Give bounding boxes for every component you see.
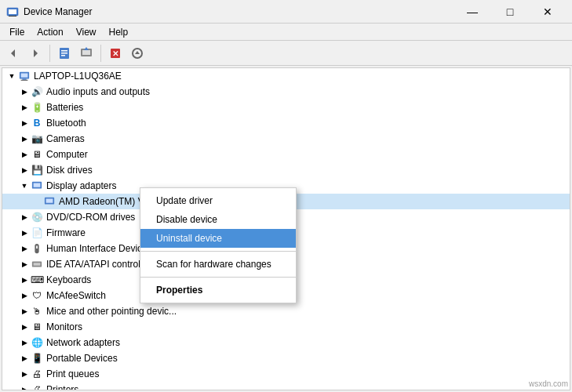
- keyboards-icon: ⌨: [31, 274, 43, 286]
- ide-icon: [31, 258, 43, 270]
- batteries-label: Batteries: [46, 102, 83, 113]
- disk-icon: 💾: [31, 164, 43, 176]
- portable-label: Portable Devices: [46, 353, 118, 364]
- svg-rect-11: [82, 50, 90, 55]
- update-driver-icon: [80, 47, 93, 60]
- printqueues-label: Print queues: [46, 368, 99, 379]
- tree-root[interactable]: ▼ LAPTOP-L1UQ36AE: [2, 68, 570, 84]
- ctx-separator: [140, 251, 296, 252]
- close-button[interactable]: ✕: [530, 0, 566, 24]
- minimize-button[interactable]: —: [454, 0, 490, 24]
- svg-rect-9: [61, 55, 65, 56]
- watermark: wsxdn.com: [529, 379, 568, 388]
- tree-item-computer[interactable]: ▶ 🖥 Computer: [2, 147, 570, 162]
- tree-item-audio[interactable]: ▶ 🔊 Audio inputs and outputs: [2, 84, 570, 100]
- app-icon: [6, 5, 19, 18]
- mcafee-label: McAfeeSwitch: [46, 290, 106, 301]
- svg-rect-20: [21, 80, 28, 81]
- printers-expand-icon: ▶: [18, 383, 31, 390]
- ctx-uninstall-device[interactable]: Uninstall device: [140, 229, 296, 248]
- root-label: LAPTOP-L1UQ36AE: [34, 71, 122, 82]
- maximize-button[interactable]: □: [492, 0, 528, 24]
- tree-item-disk[interactable]: ▶ 💾 Disk drives: [2, 162, 570, 178]
- tree-item-bluetooth[interactable]: ▶ B Bluetooth: [2, 115, 570, 131]
- menu-file[interactable]: File: [3, 25, 31, 39]
- bluetooth-label: Bluetooth: [46, 118, 86, 129]
- bluetooth-expand-icon: ▶: [18, 117, 31, 129]
- ctx-properties[interactable]: Properties: [140, 281, 296, 299]
- computer-label: Computer: [46, 149, 88, 160]
- forward-button[interactable]: [25, 43, 46, 64]
- tree-item-cameras[interactable]: ▶ 📷 Cameras: [2, 131, 570, 147]
- svg-rect-7: [61, 50, 67, 52]
- network-label: Network adapters: [46, 337, 120, 348]
- svg-rect-3: [9, 16, 16, 16]
- properties-button[interactable]: [54, 43, 75, 64]
- svg-rect-19: [22, 79, 26, 80]
- hid-label: Human Interface Devices: [46, 243, 152, 254]
- display-label: Display adapters: [46, 180, 116, 191]
- disk-label: Disk drives: [46, 165, 93, 176]
- forward-icon: [30, 48, 41, 59]
- gpu-icon: [43, 195, 56, 208]
- display-icon: [31, 180, 43, 192]
- ctx-update-driver[interactable]: Update driver: [140, 191, 296, 210]
- cameras-label: Cameras: [46, 133, 85, 144]
- root-expand-icon: ▼: [5, 70, 18, 82]
- monitors-label: Monitors: [46, 321, 82, 332]
- tree-item-portable[interactable]: ▶ 📱 Portable Devices: [2, 350, 570, 366]
- toolbar-separator-1: [49, 45, 50, 62]
- svg-marker-4: [11, 49, 15, 57]
- scan-icon: [131, 47, 144, 60]
- tree-item-batteries[interactable]: ▶ 🔋 Batteries: [2, 100, 570, 115]
- bluetooth-icon: B: [31, 117, 43, 129]
- firmware-label: Firmware: [46, 227, 86, 238]
- tree-item-network[interactable]: ▶ 🌐 Network adapters: [2, 335, 570, 350]
- tree-item-printers[interactable]: ▶ 🖨 Printers: [2, 382, 570, 390]
- svg-rect-26: [36, 246, 38, 249]
- audio-icon: 🔊: [31, 85, 43, 98]
- audio-label: Audio inputs and outputs: [46, 86, 150, 97]
- back-icon: [8, 48, 19, 59]
- svg-text:✕: ✕: [112, 49, 118, 58]
- ctx-scan-hardware[interactable]: Scan for hardware changes: [140, 255, 296, 274]
- menu-help[interactable]: Help: [103, 25, 135, 39]
- tree-item-printqueues[interactable]: ▶ 🖨 Print queues: [2, 366, 570, 382]
- mcafee-icon: 🛡: [31, 289, 43, 302]
- firmware-expand-icon: ▶: [18, 227, 31, 239]
- svg-rect-8: [61, 53, 67, 54]
- display-expand-icon: ▼: [18, 180, 31, 192]
- mcafee-expand-icon: ▶: [18, 289, 31, 302]
- svg-rect-18: [21, 74, 28, 78]
- uninstall-button[interactable]: ✕: [105, 43, 126, 64]
- gpu-expand-icon: [31, 195, 43, 208]
- toolbar-separator-2: [100, 45, 101, 62]
- update-driver-button[interactable]: [76, 43, 97, 64]
- device-tree[interactable]: ▼ LAPTOP-L1UQ36AE ▶ 🔊 Audio inputs and o…: [2, 67, 570, 390]
- mice-expand-icon: ▶: [18, 305, 31, 318]
- hid-icon: [31, 242, 43, 255]
- svg-rect-1: [9, 9, 16, 14]
- hid-expand-icon: ▶: [18, 242, 31, 255]
- network-expand-icon: ▶: [18, 336, 31, 349]
- batteries-icon: 🔋: [31, 101, 43, 114]
- ctx-disable-device[interactable]: Disable device: [140, 210, 296, 229]
- tree-item-monitors[interactable]: ▶ 🖥 Monitors: [2, 319, 570, 335]
- menu-bar: File Action View Help: [0, 24, 572, 41]
- main-layout: ▼ LAPTOP-L1UQ36AE ▶ 🔊 Audio inputs and o…: [0, 66, 572, 392]
- menu-view[interactable]: View: [70, 25, 103, 39]
- menu-action[interactable]: Action: [31, 25, 69, 39]
- tree-item-mice[interactable]: ▶ 🖱 Mice and other pointing devic...: [2, 303, 570, 319]
- cameras-icon: 📷: [31, 132, 43, 145]
- keyboards-expand-icon: ▶: [18, 274, 31, 286]
- monitors-expand-icon: ▶: [18, 321, 31, 333]
- scan-button[interactable]: [127, 43, 148, 64]
- ide-expand-icon: ▶: [18, 258, 31, 270]
- properties-icon: [58, 47, 71, 60]
- window-controls[interactable]: — □ ✕: [454, 0, 566, 24]
- dvd-icon: 💿: [31, 211, 43, 223]
- keyboards-label: Keyboards: [46, 274, 91, 285]
- audio-expand-icon: ▶: [18, 85, 31, 98]
- printqueues-expand-icon: ▶: [18, 368, 31, 380]
- back-button[interactable]: [3, 43, 24, 64]
